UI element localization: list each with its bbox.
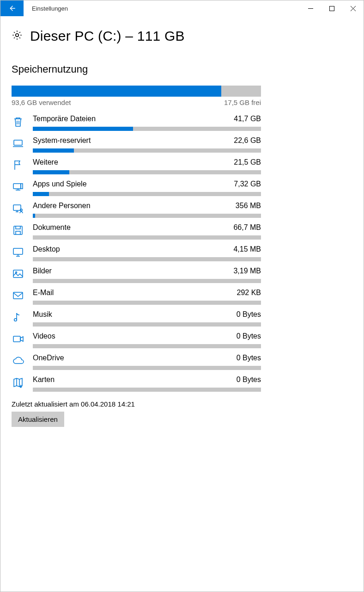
category-body: Apps und Spiele7,32 GB <box>33 180 261 196</box>
apps-icon <box>12 180 24 196</box>
titlebar: Einstellungen <box>0 0 364 16</box>
page-title: Dieser PC (C:) – 111 GB <box>30 28 185 44</box>
category-row[interactable]: Desktop4,15 MB <box>12 245 261 261</box>
content: Dieser PC (C:) – 111 GB Speichernutzung … <box>0 16 364 436</box>
category-row[interactable]: E-Mail292 KB <box>12 289 261 305</box>
minimize-icon <box>308 6 313 11</box>
category-bar-fill <box>33 127 133 131</box>
category-bar-fill <box>33 214 35 218</box>
category-body: Desktop4,15 MB <box>33 245 261 261</box>
category-row[interactable]: System-reserviert22,6 GB <box>12 136 261 153</box>
trash-icon <box>12 115 24 131</box>
category-row[interactable]: OneDrive0 Bytes <box>12 354 261 370</box>
category-size: 7,32 GB <box>234 180 261 188</box>
category-bar <box>33 301 261 305</box>
category-size: 41,7 GB <box>234 115 261 123</box>
total-usage-fill <box>12 86 221 97</box>
category-label: Andere Personen <box>33 202 91 210</box>
category-size: 21,5 GB <box>234 158 261 166</box>
monitor-icon <box>12 245 24 261</box>
category-bar <box>33 192 261 196</box>
back-button[interactable] <box>0 0 24 16</box>
category-size: 292 KB <box>237 289 261 297</box>
category-label: Musik <box>33 310 52 319</box>
category-size: 0 Bytes <box>237 376 261 384</box>
flag-icon <box>12 158 24 174</box>
category-label: Desktop <box>33 245 60 253</box>
music-icon <box>12 310 24 327</box>
category-row[interactable]: Musik0 Bytes <box>12 310 261 327</box>
mail-icon <box>12 289 24 305</box>
footer: Zuletzt aktualisiert am 06.04.2018 14:21… <box>12 400 352 427</box>
category-label: Bilder <box>33 267 52 275</box>
refresh-button[interactable]: Aktualisieren <box>12 412 64 427</box>
category-body: E-Mail292 KB <box>33 289 261 305</box>
category-label: Videos <box>33 332 55 340</box>
cloud-icon <box>12 354 24 370</box>
category-body: Temporäre Dateien41,7 GB <box>33 115 261 131</box>
image-icon <box>12 267 24 283</box>
category-bar-fill <box>33 192 49 196</box>
titlebar-spacer <box>76 0 300 16</box>
category-bar-fill <box>33 148 74 153</box>
category-row[interactable]: Weitere21,5 GB <box>12 158 261 174</box>
video-icon <box>12 332 24 348</box>
category-bar <box>33 344 261 348</box>
category-size: 4,15 MB <box>233 245 261 253</box>
minimize-button[interactable] <box>300 0 321 16</box>
category-bar <box>33 235 261 240</box>
maximize-icon <box>329 6 334 11</box>
category-body: Bilder3,19 MB <box>33 267 261 283</box>
total-usage-bar <box>12 86 261 97</box>
category-row[interactable]: Andere Personen356 MB <box>12 202 261 218</box>
category-row[interactable]: Karten0 Bytes <box>12 376 261 392</box>
category-label: System-reserviert <box>33 136 91 145</box>
free-label: 17,5 GB frei <box>224 99 261 106</box>
maximize-button[interactable] <box>321 0 342 16</box>
category-row[interactable]: Dokumente66,7 MB <box>12 223 261 240</box>
used-label: 93,6 GB verwendet <box>12 99 71 106</box>
category-row[interactable]: Bilder3,19 MB <box>12 267 261 283</box>
category-row[interactable]: Temporäre Dateien41,7 GB <box>12 115 261 131</box>
category-bar <box>33 214 261 218</box>
category-size: 0 Bytes <box>237 310 261 319</box>
arrow-left-icon <box>8 4 16 12</box>
gear-icon <box>12 30 23 43</box>
window-title: Einstellungen <box>24 0 76 16</box>
laptop-icon <box>12 136 24 153</box>
category-bar <box>33 148 261 153</box>
svg-point-1 <box>16 34 18 37</box>
total-usage-labels: 93,6 GB verwendet 17,5 GB frei <box>12 99 261 106</box>
category-body: Videos0 Bytes <box>33 332 261 348</box>
category-body: System-reserviert22,6 GB <box>33 136 261 153</box>
category-size: 66,7 MB <box>233 223 261 232</box>
section-heading: Speichernutzung <box>12 63 261 75</box>
storage-section: Speichernutzung 93,6 GB verwendet 17,5 G… <box>12 63 261 392</box>
category-label: Weitere <box>33 158 58 166</box>
save-icon <box>12 223 24 240</box>
category-label: Temporäre Dateien <box>33 115 96 123</box>
category-label: E-Mail <box>33 289 54 297</box>
category-bar <box>33 322 261 327</box>
category-size: 0 Bytes <box>237 332 261 340</box>
category-label: Apps und Spiele <box>33 180 87 188</box>
category-body: Weitere21,5 GB <box>33 158 261 174</box>
close-button[interactable] <box>342 0 364 16</box>
category-body: Musik0 Bytes <box>33 310 261 327</box>
people-icon <box>12 202 24 218</box>
category-size: 22,6 GB <box>234 136 261 145</box>
category-row[interactable]: Videos0 Bytes <box>12 332 261 348</box>
last-updated: Zuletzt aktualisiert am 06.04.2018 14:21 <box>12 400 352 408</box>
category-body: Dokumente66,7 MB <box>33 223 261 240</box>
category-body: Andere Personen356 MB <box>33 202 261 218</box>
map-icon <box>12 376 24 392</box>
category-size: 3,19 MB <box>233 267 261 275</box>
category-label: Karten <box>33 376 55 384</box>
close-icon <box>351 6 356 11</box>
category-bar <box>33 279 261 283</box>
category-size: 356 MB <box>236 202 261 210</box>
category-bar <box>33 366 261 370</box>
category-size: 0 Bytes <box>237 354 261 362</box>
category-body: OneDrive0 Bytes <box>33 354 261 370</box>
category-row[interactable]: Apps und Spiele7,32 GB <box>12 180 261 196</box>
